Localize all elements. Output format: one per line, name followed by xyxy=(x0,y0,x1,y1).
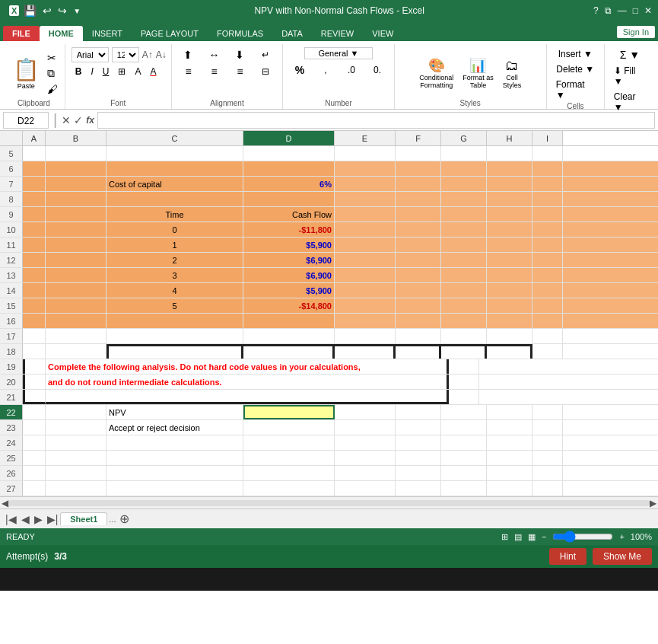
cell-D14[interactable]: $5,900 xyxy=(243,283,335,298)
cell-F15[interactable] xyxy=(396,298,441,313)
customize-qat-button[interactable]: ▼ xyxy=(72,7,82,15)
cell-C23[interactable]: Accept or reject decision xyxy=(106,420,243,435)
cell-A8[interactable] xyxy=(23,192,46,206)
cell-D12[interactable]: $6,900 xyxy=(243,253,335,267)
cell-H10[interactable] xyxy=(487,222,532,237)
cell-C8[interactable] xyxy=(106,192,243,206)
cell-C26[interactable] xyxy=(106,466,243,480)
cell-G24[interactable] xyxy=(441,435,487,450)
cell-C18[interactable] xyxy=(106,344,243,359)
cell-I25[interactable] xyxy=(532,451,563,465)
cell-A7[interactable] xyxy=(23,177,46,191)
cell-G13[interactable] xyxy=(441,268,487,282)
fx-icon[interactable]: fx xyxy=(86,115,94,126)
cell-C6[interactable] xyxy=(106,161,243,176)
cell-D27[interactable] xyxy=(243,481,335,496)
cell-I20[interactable] xyxy=(449,375,479,389)
hint-button[interactable]: Hint xyxy=(549,548,586,565)
cell-E9[interactable] xyxy=(335,207,396,222)
cell-H23[interactable] xyxy=(487,420,532,435)
cell-D9[interactable]: Cash Flow xyxy=(243,207,335,222)
cell-F10[interactable] xyxy=(396,222,441,237)
cell-F14[interactable] xyxy=(396,283,441,298)
maximize-button[interactable]: □ xyxy=(633,5,638,16)
cell-D18[interactable] xyxy=(243,344,335,359)
cell-C5[interactable] xyxy=(106,146,243,161)
cell-F16[interactable] xyxy=(396,314,441,328)
col-header-D[interactable]: D xyxy=(243,131,335,145)
decrease-decimal-button[interactable]: 0. xyxy=(365,62,389,78)
cell-B14[interactable] xyxy=(46,283,106,298)
cell-G9[interactable] xyxy=(441,207,487,222)
cell-C7[interactable]: Cost of capital xyxy=(106,177,243,191)
cell-C24[interactable] xyxy=(106,435,243,450)
cell-I21[interactable] xyxy=(449,390,479,404)
cell-D24[interactable] xyxy=(243,435,335,450)
tab-formulas[interactable]: FORMULAS xyxy=(208,26,272,41)
cell-G11[interactable] xyxy=(441,238,487,252)
tab-view[interactable]: VIEW xyxy=(363,26,402,41)
cell-H16[interactable] xyxy=(487,314,532,328)
cell-D7[interactable]: 6% xyxy=(243,177,335,191)
cell-F11[interactable] xyxy=(396,238,441,252)
cell-A5[interactable] xyxy=(23,146,46,161)
cell-I14[interactable] xyxy=(532,283,563,298)
cell-D23[interactable] xyxy=(243,420,335,435)
cell-H24[interactable] xyxy=(487,435,532,450)
cell-I11[interactable] xyxy=(532,238,563,252)
normal-view-icon[interactable]: ⊞ xyxy=(501,532,508,542)
fill-color-button[interactable]: A xyxy=(131,65,145,78)
horizontal-scrollbar[interactable]: ◀ ▶ xyxy=(0,496,658,509)
cell-D6[interactable] xyxy=(243,161,335,176)
cell-G15[interactable] xyxy=(441,298,487,313)
cell-I12[interactable] xyxy=(532,253,563,267)
scroll-left-button[interactable]: ◀ xyxy=(2,498,8,509)
cell-B5[interactable] xyxy=(46,146,106,161)
cell-H12[interactable] xyxy=(487,253,532,267)
percent-button[interactable]: % xyxy=(288,62,312,78)
cell-I7[interactable] xyxy=(532,177,563,191)
cell-B19-wide[interactable]: Complete the following analysis. Do not … xyxy=(46,359,449,374)
cell-G23[interactable] xyxy=(441,420,487,435)
cell-G16[interactable] xyxy=(441,314,487,328)
cell-A18[interactable] xyxy=(23,344,46,359)
cell-H8[interactable] xyxy=(487,192,532,206)
col-header-A[interactable]: A xyxy=(23,131,46,145)
cell-I5[interactable] xyxy=(532,146,563,161)
cell-H5[interactable] xyxy=(487,146,532,161)
cell-B22[interactable] xyxy=(46,405,106,419)
cell-E22[interactable] xyxy=(335,405,396,419)
cell-F12[interactable] xyxy=(396,253,441,267)
cell-A15[interactable] xyxy=(23,298,46,313)
cell-A16[interactable] xyxy=(23,314,46,328)
sign-in[interactable]: Sign In xyxy=(617,26,655,38)
tab-insert[interactable]: INSERT xyxy=(83,26,132,41)
cell-A11[interactable] xyxy=(23,238,46,252)
comma-button[interactable]: , xyxy=(313,62,338,78)
cell-I26[interactable] xyxy=(532,466,563,480)
cell-A20[interactable] xyxy=(23,375,46,389)
cell-C12[interactable]: 2 xyxy=(106,253,243,267)
cell-E17[interactable] xyxy=(335,329,396,343)
cell-I16[interactable] xyxy=(532,314,563,328)
wrap-text-button[interactable]: ↵ xyxy=(253,47,278,62)
conditional-formatting-button[interactable]: 🎨 ConditionalFormatting xyxy=(416,56,456,91)
cell-H22[interactable] xyxy=(487,405,532,419)
cell-B18[interactable] xyxy=(46,344,106,359)
col-header-C[interactable]: C xyxy=(106,131,243,145)
cell-G22[interactable] xyxy=(441,405,487,419)
format-painter-button[interactable]: 🖌 xyxy=(46,82,59,96)
cell-A27[interactable] xyxy=(23,481,46,496)
clear-button[interactable]: Clear ▼ xyxy=(611,90,649,114)
cell-H13[interactable] xyxy=(487,268,532,282)
cell-A23[interactable] xyxy=(23,420,46,435)
cell-E6[interactable] xyxy=(335,161,396,176)
merge-button[interactable]: ⊟ xyxy=(253,64,278,79)
sheet-nav-prev[interactable]: ◀ xyxy=(19,513,32,525)
cell-I8[interactable] xyxy=(532,192,563,206)
cell-D26[interactable] xyxy=(243,466,335,480)
cell-D13[interactable]: $6,900 xyxy=(243,268,335,282)
cell-B23[interactable] xyxy=(46,420,106,435)
cell-E27[interactable] xyxy=(335,481,396,496)
cell-C17[interactable] xyxy=(106,329,243,343)
